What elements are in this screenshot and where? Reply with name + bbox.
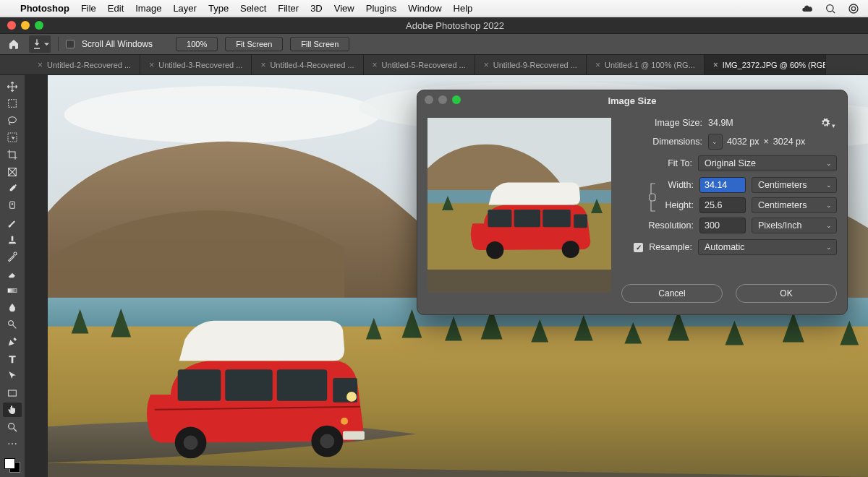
close-icon[interactable]: ×: [260, 60, 265, 70]
height-unit-dropdown[interactable]: Centimeters⌄: [752, 197, 837, 213]
close-icon[interactable]: ×: [713, 60, 718, 70]
constrain-proportions-icon[interactable]: [646, 179, 659, 215]
frame-tool[interactable]: [3, 165, 22, 179]
dialog-minimize-icon[interactable]: [438, 95, 447, 104]
menu-plugins[interactable]: Plugins: [366, 3, 397, 14]
zoom-tool[interactable]: [3, 420, 22, 434]
blur-tool[interactable]: [3, 301, 22, 315]
tools-panel: ⋯: [0, 75, 25, 477]
home-button[interactable]: [6, 36, 22, 52]
menu-file[interactable]: File: [81, 3, 96, 14]
type-tool[interactable]: [3, 352, 22, 366]
document-tab[interactable]: ×Untitled-3-Recovered ...: [140, 55, 252, 74]
tool-preset-button[interactable]: [29, 35, 51, 53]
document-tab[interactable]: ×Untitled-4-Recovered ...: [252, 55, 363, 74]
close-icon[interactable]: ×: [373, 60, 378, 70]
menu-filter[interactable]: Filter: [278, 3, 299, 14]
svg-point-18: [9, 423, 14, 429]
fit-screen-button[interactable]: Fit Screen: [225, 37, 283, 51]
document-tab[interactable]: ×Untitled-2-Recovered ...: [29, 55, 140, 74]
cc-icon[interactable]: [848, 3, 859, 14]
zoom-100-button[interactable]: 100%: [176, 37, 218, 51]
image-size-label: Image Size:: [655, 118, 702, 128]
eraser-tool[interactable]: [3, 267, 22, 281]
healing-brush-tool[interactable]: [3, 199, 22, 213]
menu-image[interactable]: Image: [135, 3, 161, 14]
resolution-unit-dropdown[interactable]: Pixels/Inch⌄: [752, 218, 837, 233]
tab-label: Untitled-3-Recovered ...: [158, 61, 242, 69]
width-input[interactable]: 34.14: [699, 177, 746, 193]
dialog-titlebar[interactable]: Image Size: [417, 90, 847, 111]
move-tool[interactable]: [3, 80, 22, 94]
eyedropper-tool[interactable]: [3, 181, 22, 196]
menu-edit[interactable]: Edit: [108, 3, 124, 14]
clone-stamp-tool[interactable]: [3, 233, 22, 247]
edit-toolbar-icon[interactable]: ⋯: [7, 438, 17, 450]
window-title: Adobe Photoshop 2022: [49, 20, 861, 31]
preview-thumbnail[interactable]: [427, 118, 611, 293]
window-close-icon[interactable]: [7, 21, 16, 30]
scroll-all-windows-checkbox[interactable]: [66, 40, 75, 48]
dialog-maximize-icon[interactable]: [452, 95, 461, 104]
close-icon[interactable]: ×: [149, 60, 154, 70]
fill-screen-button[interactable]: Fill Screen: [290, 37, 349, 51]
dialog-window-controls[interactable]: [425, 95, 461, 104]
fit-to-dropdown[interactable]: Original Size⌄: [698, 155, 837, 171]
svg-point-3: [851, 7, 855, 10]
svg-point-2: [849, 4, 858, 13]
menu-window[interactable]: Window: [408, 3, 441, 14]
width-unit-dropdown[interactable]: Centimeters⌄: [752, 177, 837, 193]
document-tab[interactable]: ×Untitled-9-Recovered ...: [475, 55, 587, 74]
resample-checkbox[interactable]: ✓: [634, 243, 643, 252]
tab-label: Untitled-4-Recovered ...: [270, 61, 354, 69]
hand-tool[interactable]: [3, 403, 22, 417]
window-minimize-icon[interactable]: [21, 21, 30, 30]
dodge-tool[interactable]: [3, 318, 22, 332]
history-brush-tool[interactable]: [3, 249, 22, 264]
mac-menubar: Photoshop File Edit Image Layer Type Sel…: [0, 0, 868, 17]
menu-select[interactable]: Select: [240, 3, 266, 14]
svg-rect-43: [542, 210, 571, 227]
color-swatches[interactable]: [4, 458, 20, 473]
window-chrome: Adobe Photoshop 2022: [0, 17, 868, 33]
marquee-tool[interactable]: [3, 97, 22, 111]
menu-view[interactable]: View: [334, 3, 354, 14]
resolution-input[interactable]: 300: [699, 218, 746, 233]
document-tab[interactable]: ×IMG_2372.JPG @ 60% (RGB/8*): [705, 55, 826, 74]
menu-help[interactable]: Help: [454, 3, 473, 14]
lasso-tool[interactable]: [3, 113, 22, 128]
height-input[interactable]: 25.6: [699, 197, 746, 213]
close-icon[interactable]: ×: [38, 60, 43, 70]
svg-point-46: [562, 241, 579, 258]
svg-point-45: [486, 241, 503, 259]
width-label: Width:: [668, 180, 694, 190]
path-selection-tool[interactable]: [3, 369, 22, 383]
close-icon[interactable]: ×: [595, 60, 600, 70]
cancel-button[interactable]: Cancel: [621, 284, 723, 303]
dimensions-width: 4032 px: [727, 137, 759, 147]
gear-icon[interactable]: ▾: [820, 118, 835, 130]
menu-layer[interactable]: Layer: [173, 3, 197, 14]
menu-type[interactable]: Type: [208, 3, 229, 14]
document-tab[interactable]: ×Untitled-1 @ 100% (RG...: [587, 55, 705, 74]
document-tab[interactable]: ×Untitled-5-Recovered ...: [364, 55, 475, 74]
pen-tool[interactable]: [3, 335, 22, 349]
menu-3d[interactable]: 3D: [310, 3, 323, 14]
window-controls[interactable]: [7, 21, 43, 30]
crop-tool[interactable]: [3, 147, 22, 162]
gradient-tool[interactable]: [3, 284, 22, 298]
search-icon[interactable]: [825, 3, 836, 14]
ok-button[interactable]: OK: [736, 284, 837, 303]
svg-point-15: [9, 321, 14, 326]
rectangle-tool[interactable]: [3, 386, 22, 400]
close-icon[interactable]: ×: [484, 60, 489, 70]
dialog-close-icon[interactable]: [425, 95, 433, 104]
dimensions-unit-dropdown[interactable]: ⌄: [708, 134, 723, 150]
app-name-menu[interactable]: Photoshop: [20, 3, 69, 14]
brush-tool[interactable]: [3, 215, 22, 230]
cloud-sync-icon[interactable]: [801, 3, 813, 14]
object-selection-tool[interactable]: [3, 131, 22, 145]
resample-dropdown[interactable]: Automatic⌄: [698, 239, 837, 255]
window-maximize-icon[interactable]: [35, 21, 43, 30]
tab-label: Untitled-1 @ 100% (RG...: [605, 61, 695, 69]
